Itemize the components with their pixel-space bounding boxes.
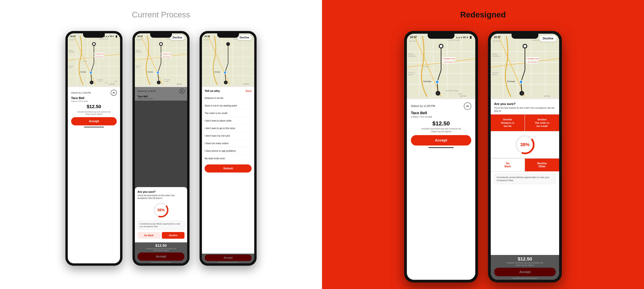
- submit-btn-3[interactable]: Submit: [204, 164, 252, 173]
- svg-text:CROSSING: CROSSING: [136, 51, 142, 53]
- status-time-4: 10:37: [410, 36, 417, 39]
- svg-text:SOUTH: SOUTH: [408, 74, 413, 76]
- go-back-btn-2[interactable]: Go Back: [138, 232, 160, 239]
- decline-badge-5: Decline: [539, 35, 557, 41]
- quad-decline-other[interactable]: DeclineOther: [525, 158, 559, 171]
- svg-text:Saratoga: Saratoga: [507, 80, 515, 82]
- quad-progress-row: 38%: [491, 131, 559, 158]
- order-meta-4: 3 items • 9.8 mi total: [411, 115, 471, 118]
- map-3: ⌂ BLACKFO COUNTRY LANE Saratoga Apple Ma…: [202, 33, 254, 87]
- svg-text:COUNTRY LANE: COUNTRY LANE: [447, 39, 459, 41]
- progress-text-5: 38%: [520, 142, 530, 147]
- accept-btn-1[interactable]: Accept: [71, 117, 117, 125]
- back-btn-3[interactable]: Back: [246, 89, 252, 92]
- svg-point-96: [436, 80, 439, 83]
- map-2: ⌂ BLACKFO COUNTRY LANE PRIDE'S CROSSING …: [135, 33, 187, 87]
- svg-text:COUNTRY LANE: COUNTRY LANE: [98, 38, 108, 40]
- order-info-4: Deliver by 11:08 PM 21 Taco Bell 3 items…: [407, 99, 475, 280]
- svg-text:CROSSING: CROSSING: [492, 55, 499, 57]
- modal-buttons-2: Go Back Decline: [138, 232, 184, 239]
- svg-text:Apple Maps: Apple Maps: [176, 83, 182, 85]
- svg-text:TRIANGLE: TRIANGLE: [408, 72, 415, 74]
- reason-item-4[interactable]: I don't want to place order: [204, 117, 252, 125]
- accept-btn-2[interactable]: Accept: [138, 253, 184, 261]
- svg-text:SOUTH: SOUTH: [136, 67, 140, 68]
- redesigned-title: Redesigned: [460, 10, 506, 19]
- svg-text:PRIDE'S: PRIDE'S: [136, 50, 140, 51]
- svg-text:Apple Maps: Apple Maps: [544, 95, 550, 97]
- status-time-5: 10:37: [494, 36, 500, 39]
- reason-item-6[interactable]: I don't have my red card: [204, 132, 252, 140]
- timer-4: 21: [464, 102, 471, 110]
- svg-text:Apple Maps: Apple Maps: [109, 83, 115, 85]
- deliver-text-4: Deliver by 11:08 PM: [411, 105, 435, 108]
- svg-text:TRIANGLE: TRIANGLE: [136, 65, 141, 66]
- decline-btn-2[interactable]: Decline: [162, 232, 184, 239]
- notch-5: [512, 34, 538, 39]
- svg-point-95: [440, 45, 442, 48]
- quad-decline-distance[interactable]: DeclineDistance istoo far: [491, 114, 525, 131]
- svg-point-46: [157, 71, 159, 74]
- price-sub-4: Includes DoorDash pay and customer tip(T…: [411, 127, 471, 133]
- progress-text-2: 38%: [157, 208, 165, 212]
- svg-point-12: [93, 43, 95, 45]
- svg-text:● Westgate Center: ● Westgate Center: [94, 53, 105, 55]
- reason-item-8[interactable]: I have phone or app problems: [204, 147, 252, 155]
- store-name-1: Taco Bell: [71, 96, 117, 100]
- progress-circle-2: 38%: [152, 202, 170, 218]
- svg-text:BLACKFO: BLACKFO: [136, 39, 142, 40]
- reason-item-3[interactable]: The order is too small: [204, 109, 252, 117]
- svg-text:Saratoga: Saratoga: [147, 71, 153, 73]
- quad-decline-small[interactable]: DeclineThe order istoo small: [525, 114, 559, 131]
- svg-text:SOUTH: SOUTH: [492, 74, 497, 76]
- reason-list: Distance is too far Store is not in my s…: [202, 94, 254, 162]
- svg-text:EL OITO: EL OITO: [423, 66, 429, 67]
- home-indicator-2: [151, 262, 171, 263]
- map-4: ⌂ BLACKFO COUNTRY LANE PRIDE'S CROSSING …: [407, 34, 475, 99]
- quad-label-goback: GoBack: [504, 162, 511, 168]
- reason-item-7[interactable]: I have too many orders: [204, 140, 252, 147]
- svg-text:PRIDE'S: PRIDE'S: [408, 53, 414, 55]
- modal-subtitle-5: You're the best Dasher for this order! Y…: [494, 106, 556, 112]
- accept-btn-5[interactable]: Accept: [494, 268, 556, 276]
- order-meta-1: 3 items • 9.8 mi total: [71, 100, 117, 102]
- reason-item-1[interactable]: Distance is too far: [204, 94, 252, 102]
- svg-point-76: [224, 71, 226, 74]
- redesigned-phones: ⌂ BLACKFO COUNTRY LANE PRIDE'S CROSSING …: [404, 31, 562, 283]
- home-indicator-1: [84, 127, 104, 127]
- home-indicator-5: [512, 278, 538, 279]
- price-sub-1: Includes DoorDash pay and customer tip(T…: [71, 111, 117, 115]
- svg-point-75: [226, 42, 230, 46]
- accept-btn-3[interactable]: Accept: [204, 255, 252, 261]
- quad-label-small: DeclineThe order istoo small: [535, 118, 549, 128]
- svg-text:BLACKFO: BLACKFO: [204, 39, 209, 40]
- reason-item-9[interactable]: My dash ends soon: [204, 155, 252, 162]
- svg-text:PRIDE'S: PRIDE'S: [68, 50, 73, 51]
- quadrant-grid: DeclineDistance istoo far DeclineThe ord…: [491, 114, 559, 172]
- modal-title-5: Are you sure?: [494, 102, 556, 106]
- decline-badge-2: Decline: [170, 35, 185, 40]
- notch-2: [150, 33, 172, 38]
- quad-go-back[interactable]: GoBack: [491, 158, 525, 171]
- acceptance-note-text-5: Consistently accept delivery opportuniti…: [494, 174, 556, 184]
- reason-item-5[interactable]: I don't want to go to this store: [204, 125, 252, 132]
- svg-text:Apple Maps: Apple Maps: [460, 95, 466, 97]
- svg-point-45: [160, 43, 162, 45]
- map-1: ⌂ BLACKFO COUNTRY LANE PRIDE'S CROSSING …: [68, 33, 120, 87]
- acceptance-note-5: Consistently accept delivery opportuniti…: [494, 174, 556, 184]
- svg-text:● Westgate Center: ● Westgate Center: [442, 58, 456, 59]
- current-process-phones: ⌂ BLACKFO COUNTRY LANE PRIDE'S CROSSING …: [66, 31, 256, 266]
- signal-1: ▲▲▲ 5G◾: [104, 35, 114, 37]
- svg-text:⌂: ⌂: [91, 82, 92, 83]
- price-1: $12.50: [87, 104, 101, 109]
- svg-text:La Rin...: La Rin...: [105, 82, 109, 83]
- price-5: $12.50: [494, 256, 556, 262]
- svg-text:○ AMC Saratoga 14: ○ AMC Saratoga 14: [526, 61, 538, 63]
- svg-text:⌂: ⌂: [158, 82, 159, 83]
- reason-item-2[interactable]: Store is not in my starting point: [204, 102, 252, 109]
- modal-subtitle-2: You're the best Dasher for this order! Y…: [138, 194, 184, 200]
- accept-btn-4[interactable]: Accept: [411, 135, 471, 146]
- svg-text:● Westgate Center: ● Westgate Center: [162, 53, 172, 55]
- map-5: ⌂ BLACKFO COUNTRY LANE PRIDE'S CROSSING …: [491, 34, 559, 99]
- svg-text:Saratoga: Saratoga: [80, 71, 86, 73]
